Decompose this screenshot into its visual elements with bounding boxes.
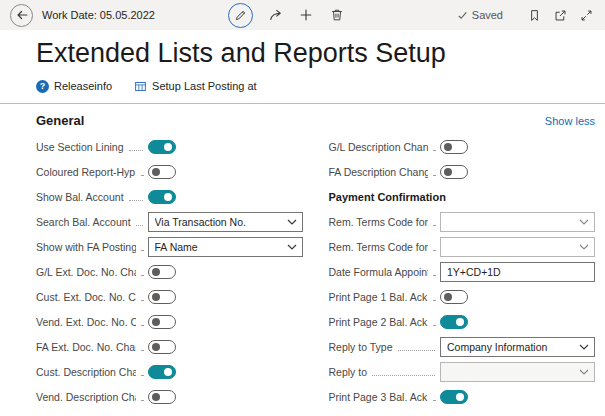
toggle-knob xyxy=(164,368,172,376)
field-control xyxy=(148,365,303,379)
field-control xyxy=(440,262,595,282)
pencil-icon xyxy=(234,9,247,22)
toggle-knob xyxy=(456,318,464,326)
bookmark-button[interactable] xyxy=(526,7,543,24)
general-right-column: G/L Description Chan...FA Description Ch… xyxy=(329,134,596,409)
field-row: Vend. Ext. Doc. No. Ch... xyxy=(36,309,303,334)
toggle-off[interactable] xyxy=(148,165,176,179)
plus-icon xyxy=(299,8,313,22)
expand-icon xyxy=(580,9,593,22)
toggle-off[interactable] xyxy=(440,140,468,154)
action-setup-last-posting-at[interactable]: Setup Last Posting at xyxy=(134,80,257,93)
expand-button[interactable] xyxy=(578,7,595,24)
field-label: Print Page 3 Bal. Ack. ... xyxy=(329,391,429,403)
dotted-leader xyxy=(433,300,435,301)
toggle-off[interactable] xyxy=(148,290,176,304)
select-field[interactable]: Via Transaction No. xyxy=(148,212,303,232)
field-row: Rem. Terms Code for ... xyxy=(329,234,596,259)
field-row: FA Ext. Doc. No. Chan... xyxy=(36,334,303,359)
field-control xyxy=(148,390,303,404)
action-bar: Releaseinfo Setup Last Posting at xyxy=(36,75,595,97)
field-label: Rem. Terms Code for ... xyxy=(329,241,429,253)
toggle-off[interactable] xyxy=(440,165,468,179)
field-row: G/L Description Chan... xyxy=(329,134,596,159)
field-row: Vend. Description Cha... xyxy=(36,384,303,409)
toggle-knob xyxy=(152,343,160,351)
toggle-knob xyxy=(444,143,452,151)
page-title: Extended Lists and Reports Setup xyxy=(36,37,595,69)
table-icon xyxy=(134,80,147,93)
dotted-leader xyxy=(141,275,143,276)
open-in-window-icon xyxy=(554,9,567,22)
field-row: Coloured Report-Hyp... xyxy=(36,159,303,184)
field-label: G/L Ext. Doc. No. Cha... xyxy=(36,266,136,278)
field-row: Reply to xyxy=(329,359,596,384)
field-row: FA Description Chang... xyxy=(329,159,596,184)
select-value: Company Information xyxy=(447,341,579,353)
field-control xyxy=(440,165,595,179)
field-row: Date Formula Appoint... xyxy=(329,259,596,284)
share-button[interactable] xyxy=(266,6,284,24)
text-input[interactable] xyxy=(440,262,595,282)
field-control xyxy=(440,362,595,382)
field-control xyxy=(148,165,303,179)
toggle-off[interactable] xyxy=(440,290,468,304)
toggle-knob xyxy=(152,168,160,176)
field-control: Company Information xyxy=(440,337,595,357)
general-left-column: Use Section LiningColoured Report-Hyp...… xyxy=(36,134,303,409)
toggle-on[interactable] xyxy=(148,140,176,154)
save-status: Saved xyxy=(457,9,503,21)
show-less-link[interactable]: Show less xyxy=(545,115,595,127)
dotted-leader xyxy=(398,350,435,351)
field-control xyxy=(440,390,595,404)
select-field[interactable] xyxy=(440,212,595,232)
dotted-leader xyxy=(433,150,435,151)
toggle-off[interactable] xyxy=(148,390,176,404)
toggle-off[interactable] xyxy=(148,265,176,279)
edit-button[interactable] xyxy=(228,3,253,28)
share-icon xyxy=(268,8,282,22)
dotted-leader xyxy=(433,175,435,176)
action-releaseinfo[interactable]: Releaseinfo xyxy=(36,80,112,93)
dotted-leader xyxy=(433,225,435,226)
field-control xyxy=(148,190,303,204)
select-field[interactable]: Company Information xyxy=(440,337,595,357)
toggle-on[interactable] xyxy=(440,315,468,329)
toggle-knob xyxy=(152,293,160,301)
field-label: Cust. Ext. Doc. No. Ch... xyxy=(36,291,136,303)
toggle-off[interactable] xyxy=(148,315,176,329)
field-row: Search Bal. AccountVia Transaction No. xyxy=(36,209,303,234)
field-label: FA Ext. Doc. No. Chan... xyxy=(36,341,136,353)
field-control xyxy=(440,315,595,329)
field-label: Print Page 2 Bal. Ack. ... xyxy=(329,316,429,328)
toggle-on[interactable] xyxy=(148,190,176,204)
toggle-knob xyxy=(152,393,160,401)
dotted-leader xyxy=(141,400,143,401)
select-value: Via Transaction No. xyxy=(155,216,287,228)
toggle-knob xyxy=(456,393,464,401)
select-field[interactable] xyxy=(440,362,595,382)
select-field[interactable]: FA Name xyxy=(148,237,303,257)
page: Work Date: 05.05.2022 Saved xyxy=(0,0,605,409)
help-circle-icon xyxy=(36,80,49,93)
field-row: Cust. Ext. Doc. No. Ch... xyxy=(36,284,303,309)
toggle-knob xyxy=(152,268,160,276)
toggle-off[interactable] xyxy=(148,340,176,354)
delete-button[interactable] xyxy=(328,6,346,24)
toggle-on[interactable] xyxy=(440,390,468,404)
field-control xyxy=(148,290,303,304)
field-control xyxy=(148,315,303,329)
field-label: Print Page 1 Bal. Ack. ... xyxy=(329,291,429,303)
action-label: Setup Last Posting at xyxy=(152,80,257,92)
toggle-knob xyxy=(444,168,452,176)
field-row: Reply to TypeCompany Information xyxy=(329,334,596,359)
open-in-window-button[interactable] xyxy=(552,7,569,24)
select-field[interactable] xyxy=(440,237,595,257)
field-label: Search Bal. Account xyxy=(36,216,131,228)
chevron-down-icon xyxy=(287,219,297,225)
toggle-on[interactable] xyxy=(148,365,176,379)
back-button[interactable] xyxy=(10,4,33,27)
dotted-leader xyxy=(433,400,435,401)
new-button[interactable] xyxy=(297,6,315,24)
bookmark-icon xyxy=(528,9,541,22)
